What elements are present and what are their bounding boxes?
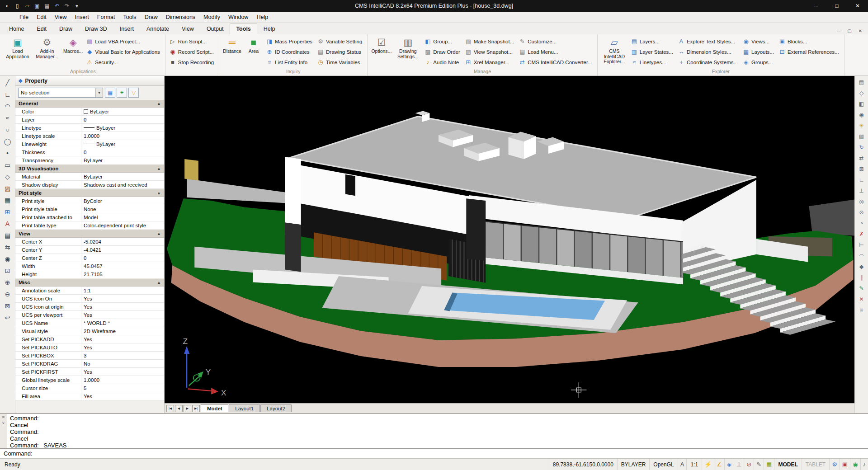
linetypes-item[interactable]: ≈Linetypes... [630,57,675,67]
draw-spline-icon[interactable]: ≈ [2,112,14,124]
redo-icon[interactable]: ↷ [62,1,71,10]
command-close-button[interactable]: ✕ [2,415,5,419]
property-value[interactable]: * WORLD * [81,320,164,326]
lights-icon[interactable]: ☀ [856,120,868,131]
property-value[interactable]: Yes [81,345,164,350]
property-value[interactable]: 1:1 [81,288,164,293]
snap-center-icon[interactable]: ◎ [856,196,868,207]
command-history[interactable]: ✕ ˅ Command:CancelCommand:CancelCommand:… [0,413,868,448]
grid-toggle-icon[interactable]: ▦ [764,459,774,470]
etrack-toggle-icon[interactable]: ⊘ [744,459,754,470]
zoom-realtime-icon[interactable]: ◉ [2,253,14,265]
load-vba-project-item[interactable]: ▥Load VBA Project... [85,36,162,47]
mdi-restore-button[interactable]: ▢ [845,27,854,34]
layer-states-item[interactable]: ▥Layer States... [630,47,675,57]
quick-select-button[interactable]: ✦ [117,88,127,98]
property-value[interactable]: Color-dependent print style [81,223,164,228]
properties-list-icon[interactable]: ≡ [856,305,868,315]
layers-item[interactable]: ▤Layers... [630,36,675,47]
options-button[interactable]: ☑Options... [370,35,392,55]
snap-perpendicular-icon[interactable]: ⊢ [856,240,868,250]
property-value[interactable]: 0 [81,150,164,155]
draw-polygon-icon[interactable]: ◇ [2,171,14,183]
insert-block-icon[interactable]: ⊞ [2,206,14,218]
make-snapshot-item[interactable]: ▧Make Snapshot... [464,36,517,47]
zoom-in-icon[interactable]: ⊕ [2,277,14,288]
draw-hatch-icon[interactable]: ▨ [2,183,14,194]
load-application-button[interactable]: ▣Load Application [4,35,32,60]
new-file-icon[interactable]: ▯ [13,1,22,10]
draw-circle-icon[interactable]: ○ [2,124,14,136]
polar-toggle-icon[interactable]: ∠ [714,459,724,470]
snap-tangent-icon[interactable]: ◠ [856,250,868,261]
intellicad-converter-item[interactable]: ⇄CMS IntelliCAD Converter... [518,57,594,67]
section-header-3d-visualisation[interactable]: 3D Visualisation▲ [15,164,164,173]
tab-help[interactable]: Help [257,24,282,34]
security-item[interactable]: ⚠Security... [85,57,162,67]
draw-order-item[interactable]: ▩Draw Order [423,47,462,57]
snap-node-icon[interactable]: ⊙ [856,207,868,218]
annotation-scale[interactable]: 1:1 [686,459,702,470]
time-variables-item[interactable]: ◷Time Variables [316,57,364,67]
visual-basic-item[interactable]: ◆Visual Basic for Applications [85,47,162,57]
ortho-toggle-icon[interactable]: ⊥ [734,459,744,470]
property-value[interactable]: Yes [81,304,164,310]
menu-item-insert[interactable]: Insert [71,13,93,22]
macros-button[interactable]: ◈Macros... [62,35,84,55]
property-value[interactable]: 45.0457 [81,263,164,269]
snap-endpoint-icon[interactable]: ∟ [856,174,868,185]
layout-tab-layout1[interactable]: Layout1 [229,404,260,412]
add-in-manager-button[interactable]: ⚙Add-In Manager... [33,35,61,60]
external-references-item[interactable]: ⊡External References... [778,47,841,57]
pick-entities-button[interactable]: ▦ [105,88,115,98]
menu-item-help[interactable]: Help [252,13,272,22]
draw-arc-icon[interactable]: ◠ [2,100,14,112]
menu-item-file[interactable]: File [15,13,33,22]
property-value[interactable]: 1.0000 [81,133,164,139]
blocks-item[interactable]: ▣Blocks... [778,36,841,47]
audio-note-item[interactable]: ♪Audio Note [423,57,462,67]
app-logo-icon[interactable]: ◐ [3,1,12,10]
zoom-previous-icon[interactable]: ↩ [2,312,14,324]
orbit-icon[interactable]: ↻ [856,142,868,153]
section-header-misc[interactable]: Misc▲ [15,278,164,287]
zoom-out-icon[interactable]: ⊖ [2,288,14,300]
open-file-icon[interactable]: ▱ [23,1,32,10]
property-value[interactable]: 1.0000 [81,377,164,383]
property-value[interactable]: No [81,361,164,367]
drawing-status-item[interactable]: ▤Drawing Status [316,47,364,57]
tab-output[interactable]: Output [200,24,230,34]
menu-item-tools[interactable]: Tools [119,13,140,22]
named-views-icon[interactable]: ▤ [856,77,868,88]
close-button[interactable]: ✕ [847,0,868,12]
distance-button[interactable]: ═Distance [222,35,242,55]
property-value[interactable]: ByColor [81,198,164,204]
selection-dropdown[interactable]: No selection ▾ [18,88,103,98]
property-value[interactable]: ByLayer [81,141,164,147]
snap-toggle-icon[interactable]: ⚡ [702,459,714,470]
property-value[interactable]: ByLayer [81,109,164,114]
menu-item-modify[interactable]: Modify [199,13,224,22]
property-value[interactable]: 3 [81,353,164,358]
list-entity-info-item[interactable]: ≡List Entity Info [265,57,315,67]
id-coordinates-item[interactable]: ⊕ID Coordinates [265,47,315,57]
property-value[interactable]: Yes [81,369,164,375]
variable-setting-item[interactable]: ⚙Variable Setting [316,36,364,47]
menu-item-window[interactable]: Window [224,13,252,22]
record-script-item[interactable]: ◉Record Script... [168,47,216,57]
draw-text-icon[interactable]: A [2,218,14,230]
qat-dropdown-icon[interactable]: ▾ [72,1,81,10]
annotation-visibility-icon[interactable]: A [678,459,687,470]
property-value[interactable]: 21.7105 [81,272,164,277]
filter-button[interactable]: ▽ [128,88,139,98]
layouts-item[interactable]: ▦Layouts... [741,47,776,57]
materials-icon[interactable]: ▨ [856,131,868,142]
audio-icon[interactable]: ♪ [860,459,868,470]
property-value[interactable]: Yes [81,312,164,318]
viewport[interactable]: Z Y X [165,76,854,403]
render-icon[interactable]: ◉ [856,109,868,120]
property-value[interactable]: Shadows cast and received [81,182,164,188]
area-button[interactable]: ■Area [244,35,264,55]
snap-quadrant-icon[interactable]: ◔ [856,218,868,229]
tab-view[interactable]: View [175,24,200,34]
